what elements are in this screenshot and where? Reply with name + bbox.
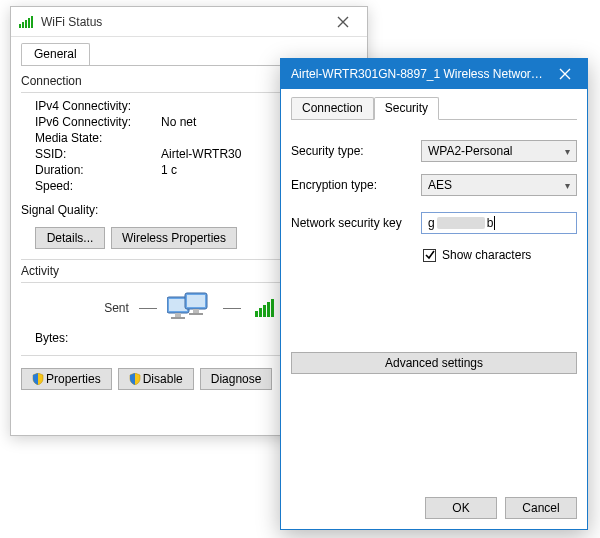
svg-rect-0 [19, 24, 21, 28]
security-type-value: WPA2-Personal [428, 144, 512, 158]
label-signal-quality: Signal Quality: [21, 203, 161, 217]
encryption-type-select[interactable]: AES ▾ [421, 174, 577, 196]
properties-button-label: Properties [46, 372, 101, 386]
shield-icon [129, 373, 141, 385]
wifi-status-titlebar[interactable]: WiFi Status [11, 7, 367, 37]
svg-rect-3 [28, 18, 30, 28]
network-key-value-prefix: g [428, 216, 435, 230]
chevron-down-icon: ▾ [565, 146, 570, 157]
show-characters-label: Show characters [442, 248, 531, 262]
svg-rect-6 [169, 299, 187, 311]
network-key-value-suffix: b [487, 216, 494, 230]
network-key-input[interactable]: g b [421, 212, 577, 234]
advanced-settings-button[interactable]: Advanced settings [291, 352, 577, 374]
network-key-label: Network security key [291, 216, 421, 230]
properties-button[interactable]: Properties [21, 368, 112, 390]
details-button[interactable]: Details... [35, 227, 105, 249]
label-bytes: Bytes: [21, 331, 161, 345]
close-icon[interactable] [325, 11, 361, 33]
tab-connection[interactable]: Connection [291, 97, 374, 119]
close-icon[interactable] [543, 59, 587, 89]
svg-rect-8 [171, 317, 185, 319]
label-media-state: Media State: [21, 131, 161, 145]
properties-tabs: Connection Security [291, 97, 577, 120]
tab-security[interactable]: Security [374, 97, 439, 120]
encryption-type-value: AES [428, 178, 452, 192]
network-properties-window: Airtel-WRTR301GN-8897_1 Wireless Network… [280, 58, 588, 530]
sent-label: Sent [104, 301, 129, 315]
cancel-button[interactable]: Cancel [505, 497, 577, 519]
security-type-select[interactable]: WPA2-Personal ▾ [421, 140, 577, 162]
svg-rect-1 [22, 22, 24, 28]
tab-general[interactable]: General [21, 43, 90, 65]
svg-rect-2 [25, 20, 27, 28]
encryption-type-label: Encryption type: [291, 178, 421, 192]
disable-button[interactable]: Disable [118, 368, 194, 390]
signal-icon [19, 16, 35, 28]
chevron-down-icon: ▾ [565, 180, 570, 191]
label-ssid: SSID: [21, 147, 161, 161]
text-caret [494, 216, 495, 230]
label-ipv6: IPv6 Connectivity: [21, 115, 161, 129]
redacted-icon [437, 217, 485, 229]
security-type-label: Security type: [291, 144, 421, 158]
network-properties-titlebar[interactable]: Airtel-WRTR301GN-8897_1 Wireless Network… [281, 59, 587, 89]
svg-rect-7 [175, 313, 181, 317]
label-ipv4: IPv4 Connectivity: [21, 99, 161, 113]
label-duration: Duration: [21, 163, 161, 177]
disable-button-label: Disable [143, 372, 183, 386]
label-speed: Speed: [21, 179, 161, 193]
svg-rect-11 [193, 309, 199, 313]
svg-rect-4 [31, 16, 33, 28]
computers-icon [167, 291, 213, 325]
signal-bars-icon [255, 299, 274, 317]
shield-icon [32, 373, 44, 385]
ok-button[interactable]: OK [425, 497, 497, 519]
svg-rect-10 [187, 295, 205, 307]
show-characters-checkbox[interactable] [423, 249, 436, 262]
network-properties-title: Airtel-WRTR301GN-8897_1 Wireless Network… [291, 67, 543, 81]
wifi-status-title: WiFi Status [41, 15, 325, 29]
dash-icon [223, 308, 241, 309]
diagnose-button[interactable]: Diagnose [200, 368, 273, 390]
svg-rect-12 [189, 313, 203, 315]
wireless-properties-button[interactable]: Wireless Properties [111, 227, 237, 249]
dash-icon [139, 308, 157, 309]
